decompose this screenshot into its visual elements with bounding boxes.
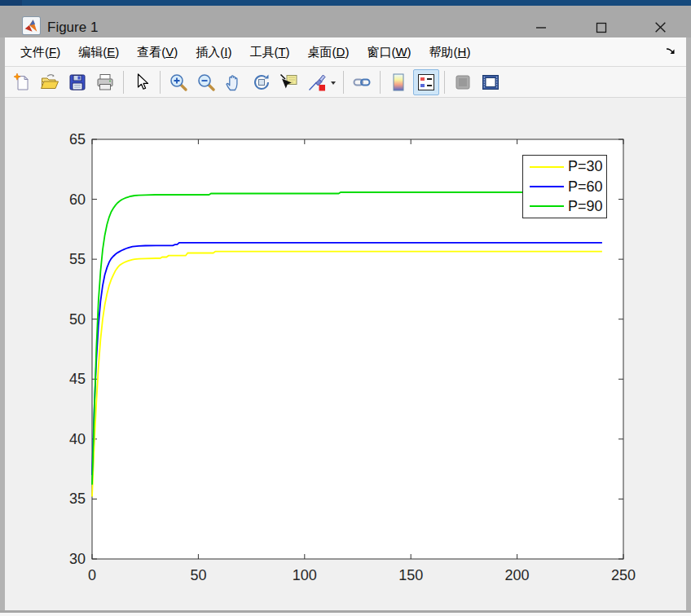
y-tick-label: 35: [69, 491, 86, 507]
dock-figure-icon[interactable]: [478, 69, 504, 95]
legend-label: P=60: [568, 178, 603, 196]
x-tick-label: 150: [398, 567, 423, 583]
insert-colorbar-icon[interactable]: [385, 69, 412, 95]
legend-label: P=90: [568, 198, 603, 215]
figure-toolbar: [5, 67, 686, 98]
legend-entry: P=90: [530, 198, 606, 215]
legend-entry: P=60: [530, 178, 606, 196]
y-tick-label: 65: [69, 131, 86, 147]
data-cursor-icon[interactable]: [276, 69, 302, 95]
zoom-out-icon[interactable]: [193, 69, 219, 95]
x-tick-label: 0: [88, 567, 96, 583]
print-figure-icon[interactable]: [92, 69, 118, 95]
menu-item-t[interactable]: 工具(T): [240, 37, 298, 66]
toolbar-separator: [380, 71, 381, 94]
legend-line-swatch: [530, 205, 564, 207]
new-figure-icon[interactable]: [9, 69, 35, 95]
legend-entry: P=30: [530, 158, 606, 175]
toolbar-separator: [160, 71, 161, 94]
zoom-in-icon[interactable]: [165, 69, 191, 95]
y-tick-label: 30: [69, 551, 86, 567]
save-figure-icon[interactable]: [64, 69, 90, 95]
window-border-right: [686, 37, 691, 610]
pointer-icon[interactable]: [129, 69, 155, 95]
title-bar: Figure 1: [0, 6, 691, 37]
link-plot-icon[interactable]: [349, 69, 375, 95]
desktop-background-strip: [0, 0, 691, 6]
x-tick-label: 250: [611, 567, 636, 583]
menu-item-e[interactable]: 编辑(E): [69, 37, 128, 66]
rotate-3d-icon[interactable]: [249, 69, 275, 95]
menu-bar: 文件(F)编辑(E)查看(V)插入(I)工具(T)桌面(D)窗口(W)帮助(H): [5, 37, 686, 67]
insert-legend-icon[interactable]: [413, 69, 439, 95]
menu-overflow-arrow-icon[interactable]: [665, 46, 676, 57]
hide-plot-tools-icon[interactable]: [450, 69, 476, 95]
menu-item-d[interactable]: 桌面(D): [299, 37, 359, 66]
legend-line-swatch: [530, 166, 564, 168]
open-file-icon[interactable]: [37, 69, 63, 95]
toolbar-separator: [343, 71, 344, 94]
menu-item-h[interactable]: 帮助(H): [420, 37, 480, 66]
toolbar-separator: [123, 71, 124, 94]
x-tick-label: 50: [190, 567, 206, 583]
menu-item-v[interactable]: 查看(V): [128, 37, 187, 66]
matlab-logo-icon: [22, 16, 41, 35]
y-tick-label: 60: [69, 191, 86, 208]
legend-label: P=30: [568, 158, 603, 175]
legend[interactable]: P=30P=60P=90: [522, 155, 607, 218]
menu-item-i[interactable]: 插入(I): [187, 37, 240, 66]
y-tick-label: 55: [69, 251, 86, 267]
desktop-background-bottom: [0, 613, 691, 616]
legend-line-swatch: [530, 186, 564, 187]
brush-dropdown-caret[interactable]: [331, 81, 336, 85]
toolbar-separator: [444, 71, 445, 94]
y-tick-label: 40: [69, 431, 86, 447]
brush-icon[interactable]: [304, 69, 330, 95]
x-tick-label: 100: [293, 567, 317, 583]
pan-icon[interactable]: [221, 69, 247, 95]
menu-item-f[interactable]: 文件(F): [11, 37, 69, 66]
x-tick-label: 200: [505, 567, 530, 583]
y-tick-label: 45: [69, 371, 86, 387]
y-tick-label: 50: [69, 311, 86, 328]
menu-item-w[interactable]: 窗口(W): [358, 37, 420, 66]
